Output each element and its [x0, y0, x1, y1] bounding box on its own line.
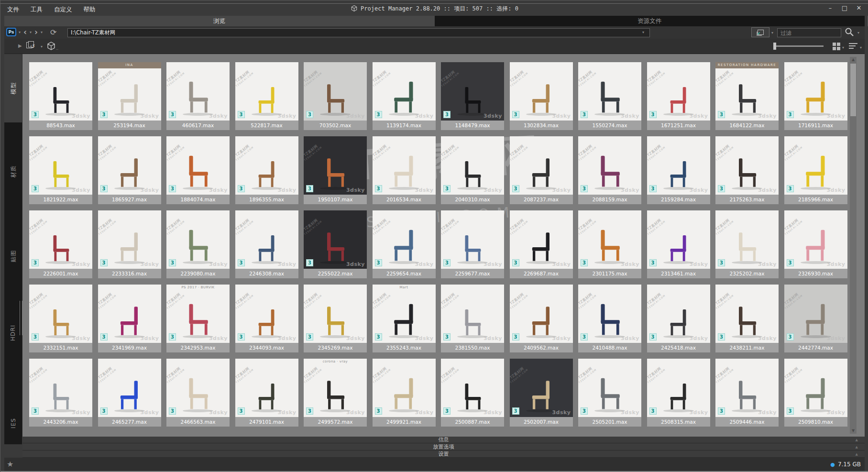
collect-caret-icon[interactable]: ▾: [41, 44, 43, 49]
search-caret-icon[interactable]: ▾: [857, 31, 859, 35]
asset-tile[interactable]: TZ素材网TZSUCAI.COM3dsky32255022.max: [304, 210, 367, 278]
asset-tile[interactable]: TZ素材网TZSUCAI.COM3dsky32313461.max: [647, 210, 710, 278]
merge-model-button[interactable]: [46, 41, 56, 53]
asset-tile[interactable]: TZ素材网TZSUCAI.COM3dsky32410488.max: [578, 285, 641, 352]
asset-tile[interactable]: TZ素材网TZSUCAI.COM3dsky31550274.max: [578, 62, 641, 130]
panel-collapse-icon[interactable]: ▲: [856, 445, 858, 449]
asset-tile[interactable]: TZ素材网TZSUCAI.COMPS 2017 · BURVIK3dsky323…: [166, 285, 230, 352]
refresh-icon[interactable]: ⟳: [50, 28, 56, 37]
maximize-button[interactable]: □: [841, 4, 848, 12]
forward-button[interactable]: ›: [34, 27, 38, 37]
cube-more-icon[interactable]: ..: [56, 46, 58, 51]
asset-tile[interactable]: TZ素材网TZSUCAI.COM3dsky32466563.max: [166, 359, 230, 427]
asset-tile[interactable]: TZ素材网TZSUCAI.COM3dsky31821922.max: [29, 136, 92, 204]
panel-collapse-icon[interactable]: ▲: [856, 438, 858, 442]
preset-ps-button[interactable]: Ps: [6, 28, 16, 36]
asset-tile[interactable]: TZ素材网TZSUCAI.COM3dsky31716911.max: [784, 62, 847, 130]
asset-tile[interactable]: TZ素材网TZSUCAI.COM3dsky32500887.max: [441, 359, 504, 427]
asset-tile[interactable]: TZ素材网TZSUCAI.COMRESTORATION HARDWARE3dsk…: [715, 62, 779, 130]
asset-tile[interactable]: TZ素材网TZSUCAI.COM3dsky32326930.max: [784, 210, 847, 278]
asset-tile[interactable]: TZ素材网TZSUCAI.COM3dsky31139174.max: [373, 62, 436, 130]
panel-collapse-icon[interactable]: ▲: [856, 452, 858, 456]
asset-tile[interactable]: TZ素材网TZSUCAI.COM3dsky32409562.max: [510, 285, 573, 352]
back-button[interactable]: ‹: [23, 27, 27, 37]
asset-tile[interactable]: TZ素材网TZSUCAI.COM3dsky32226001.max: [29, 210, 92, 278]
asset-tile[interactable]: TZ素材网TZSUCAI.COM3dsky32345269.max: [304, 285, 367, 352]
asset-tile[interactable]: TZ素材网TZSUCAI.COMcorona · vray3dsky324995…: [304, 359, 367, 427]
asset-tile[interactable]: TZ素材网TZSUCAI.COM3dsky32502007.max: [510, 359, 573, 427]
asset-tile[interactable]: TZ素材网TZSUCAI.COM3dsky32509810.max: [784, 359, 847, 427]
minimize-button[interactable]: –: [826, 4, 834, 12]
asset-tile[interactable]: TZ素材网TZSUCAI.COM3dsky32185966.max: [784, 136, 847, 204]
asset-tile[interactable]: TZ素材网TZSUCAI.COM3dsky32269687.max: [510, 210, 573, 278]
asset-tile[interactable]: TZ素材网TZSUCAI.COM3dsky32246308.max: [235, 210, 298, 278]
thumbnail-mode-caret-icon[interactable]: ▾: [771, 31, 773, 35]
asset-tile[interactable]: TZ素材网TZSUCAI.COM3dsky32325202.max: [715, 210, 779, 278]
sidebar-tab-贴图[interactable]: 贴图: [4, 225, 22, 287]
scroll-up-icon[interactable]: ▲: [850, 57, 857, 63]
sidebar-tab-材质[interactable]: 材质: [4, 140, 22, 202]
asset-tile[interactable]: TZ素材网TZSUCAI.COM3dsky32332151.max: [29, 285, 92, 352]
asset-tile[interactable]: TZ素材网TZSUCAI.COM3dsky31950107.max: [304, 136, 367, 204]
sort-button[interactable]: [849, 43, 857, 50]
asset-tile[interactable]: TZ素材网TZSUCAI.COM3dsky32259654.max: [373, 210, 436, 278]
asset-tile[interactable]: TZ素材网TZSUCAI.COM3dsky32465277.max: [98, 359, 161, 427]
asset-tile[interactable]: TZ素材网TZSUCAI.COM3dsky31884074.max: [166, 136, 230, 204]
favorites-star-icon[interactable]: ★: [7, 460, 13, 469]
panel-header-placement-options[interactable]: 放置选项▲: [22, 444, 865, 450]
panel-header-info[interactable]: 信息▲: [22, 437, 865, 443]
panel-header-settings[interactable]: 设置▲: [22, 451, 865, 458]
asset-tile[interactable]: TZ素材网TZSUCAI.COM3dsky31148479.max: [441, 62, 504, 130]
grid-view-caret-icon[interactable]: ▾: [842, 45, 844, 50]
scrollbar-thumb[interactable]: [850, 64, 856, 116]
asset-tile[interactable]: TZ素材网TZSUCAI.COM3dsky32159284.max: [647, 136, 710, 204]
slider-knob[interactable]: [773, 43, 776, 50]
asset-tile[interactable]: TZ素材网TZSUCAI.COM3dsky31671251.max: [647, 62, 710, 130]
asset-tile[interactable]: TZ素材网TZSUCAI.COM3dsky32443206.max: [29, 359, 92, 427]
forward-history-caret-icon[interactable]: ▾: [41, 30, 43, 34]
asset-tile[interactable]: TZ素材网TZSUCAI.COM3dsky32344093.max: [235, 285, 298, 352]
grid-view-button[interactable]: [833, 43, 840, 50]
asset-tile[interactable]: TZ素材网TZSUCAI.COMMart3dsky32355243.max: [373, 285, 436, 352]
asset-tile[interactable]: TZ素材网TZSUCAI.COM3dsky32040310.max: [441, 136, 504, 204]
asset-tile[interactable]: TZ素材网TZSUCAI.COM3dsky32301175.max: [578, 210, 641, 278]
path-dropdown-caret-icon[interactable]: ▾: [642, 30, 644, 34]
tab-resource-files[interactable]: 资源文件: [435, 16, 865, 26]
asset-tile[interactable]: TZ素材网TZSUCAI.COM3dsky32259677.max: [441, 210, 504, 278]
asset-tile[interactable]: TZ素材网TZSUCAI.COM3dsky31302834.max: [510, 62, 573, 130]
filter-input[interactable]: [777, 28, 841, 37]
asset-tile[interactable]: TZ素材网TZSUCAI.COM3dsky3522817.max: [235, 62, 298, 130]
tab-browse[interactable]: 浏览: [4, 16, 435, 26]
back-history-caret-icon[interactable]: ▾: [30, 30, 32, 34]
ps-dropdown-caret-icon[interactable]: ▾: [19, 30, 21, 34]
collect-files-button[interactable]: ↺: [26, 41, 39, 51]
asset-tile[interactable]: TZ素材网TZSUCAI.COM3dsky32233316.max: [98, 210, 161, 278]
search-button[interactable]: [845, 27, 854, 39]
asset-tile[interactable]: TZ素材网TZSUCAI.COM3dsky3703502.max: [304, 62, 367, 130]
asset-tile[interactable]: TZ素材网TZSUCAI.COM3dsky31896355.max: [235, 136, 298, 204]
sidebar-tab-IES[interactable]: IES: [4, 392, 22, 454]
asset-tile[interactable]: TZ素材网TZSUCAI.COM3dsky32175263.max: [715, 136, 779, 204]
asset-tile[interactable]: TZ素材网TZSUCAI.COM3dsky32381550.max: [441, 285, 504, 352]
asset-tile[interactable]: TZ素材网TZSUCAI.COM3dsky32479101.max: [235, 359, 298, 427]
asset-tile[interactable]: TZ素材网TZSUCAI.COM3dsky388543.max: [29, 62, 92, 130]
asset-tile[interactable]: TZ素材网TZSUCAI.COM3dsky32341969.max: [98, 285, 161, 352]
asset-tile[interactable]: TZ素材网TZSUCAI.COM3dsky32438211.max: [715, 285, 779, 352]
asset-tile[interactable]: TZ素材网TZSUCAI.COM3dsky31865927.max: [98, 136, 161, 204]
asset-tile[interactable]: TZ素材网TZSUCAI.COM3dsky32087237.max: [510, 136, 573, 204]
scroll-down-icon[interactable]: ▼: [850, 428, 857, 434]
sidebar-tab-模型[interactable]: 模型: [4, 54, 22, 122]
asset-tile[interactable]: TZ素材网TZSUCAI.COM3dsky32508315.max: [647, 359, 710, 427]
vertical-scrollbar[interactable]: ▲ ▼: [850, 57, 857, 434]
asset-tile[interactable]: TZ素材网TZSUCAI.COM3dsky32505201.max: [578, 359, 641, 427]
asset-tile[interactable]: TZ素材网TZSUCAI.COMINA3dsky3253194.max: [98, 62, 161, 130]
asset-tile[interactable]: TZ素材网TZSUCAI.COM3dsky32442774.max: [784, 285, 847, 352]
asset-tile[interactable]: TZ素材网TZSUCAI.COM3dsky32239080.max: [166, 210, 230, 278]
close-button[interactable]: ✕: [855, 4, 863, 12]
sort-caret-icon[interactable]: ▾: [860, 45, 862, 50]
asset-tile[interactable]: TZ素材网TZSUCAI.COM3dsky32499921.max: [373, 359, 436, 427]
path-input[interactable]: [67, 28, 650, 37]
asset-tile[interactable]: TZ素材网TZSUCAI.COM3dsky32509446.max: [715, 359, 779, 427]
asset-tile[interactable]: TZ素材网TZSUCAI.COM3dsky3460617.max: [166, 62, 230, 130]
thumbnail-mode-button[interactable]: ✔: [751, 27, 769, 37]
